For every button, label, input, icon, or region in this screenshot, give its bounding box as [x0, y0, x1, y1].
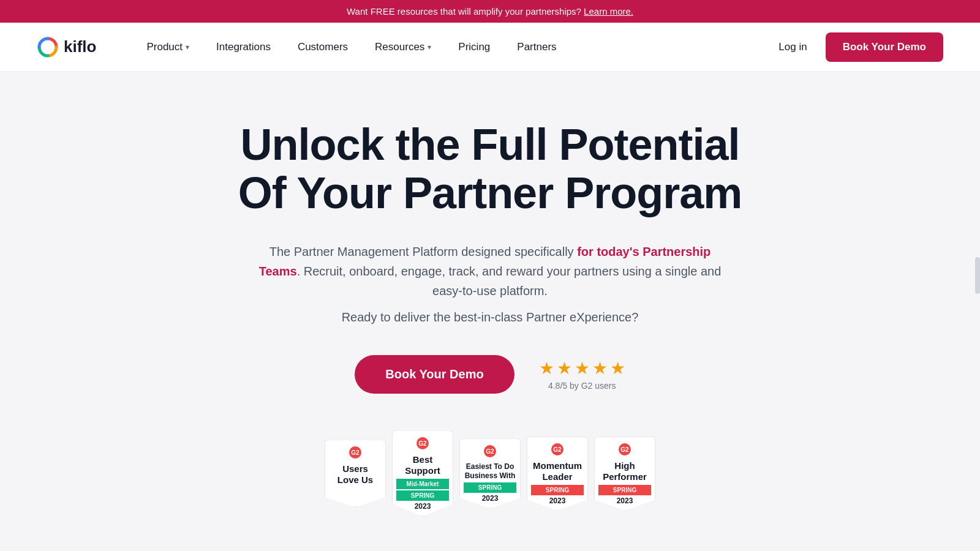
g2-icon-high: G2: [619, 443, 631, 458]
badge-momentum-title: MomentumLeader: [533, 460, 582, 482]
star-1: ★: [539, 358, 554, 378]
nav-integrations[interactable]: Integrations: [203, 23, 284, 72]
nav-pricing[interactable]: Pricing: [445, 23, 503, 72]
navbar: kiflo Product ▾ Integrations Customers R…: [0, 23, 980, 72]
hero-section: Unlock the Full Potential Of Your Partne…: [0, 72, 980, 551]
badges-row: G2 UsersLove Us G2 BestSupport Mid-Marke…: [24, 430, 956, 516]
badge-best-support-year: 2023: [415, 502, 431, 511]
svg-text:G2: G2: [351, 449, 360, 456]
nav-right: Log in Book Your Demo: [778, 32, 943, 62]
banner-link[interactable]: Learn more.: [584, 6, 633, 17]
badge-momentum-band: SPRING: [531, 485, 584, 495]
nav-partners[interactable]: Partners: [503, 23, 570, 72]
stars-row: ★ ★ ★ ★ ★: [539, 358, 625, 378]
badge-easiest-year: 2023: [482, 494, 499, 503]
badge-users-love-us: G2 UsersLove Us: [325, 440, 386, 507]
svg-text:G2: G2: [620, 446, 629, 453]
nav-product[interactable]: Product ▾: [133, 23, 203, 72]
book-demo-nav-button[interactable]: Book Your Demo: [826, 32, 943, 62]
product-chevron-icon: ▾: [186, 43, 189, 51]
resources-chevron-icon: ▾: [428, 43, 431, 51]
badge-momentum-year: 2023: [549, 497, 566, 505]
g2-icon-easiest: G2: [484, 445, 496, 460]
hero-subtitle: The Partner Management Platform designed…: [251, 242, 729, 301]
badge-easiest-business: G2 Easiest To Do Business With SPRING 20…: [459, 438, 521, 508]
logo-icon: [37, 36, 59, 58]
g2-icon-best-support: G2: [417, 437, 429, 452]
badge-best-support-title: BestSupport: [405, 454, 440, 476]
badge-momentum-leader: G2 MomentumLeader SPRING 2023: [527, 437, 588, 511]
nav-links: Product ▾ Integrations Customers Resourc…: [133, 23, 778, 72]
rating-block: ★ ★ ★ ★ ★ 4.8/5 by G2 users: [539, 358, 625, 391]
star-2: ★: [557, 358, 572, 378]
hero-subtitle-end: . Recruit, onboard, engage, track, and r…: [297, 264, 722, 298]
svg-text:G2: G2: [418, 440, 427, 447]
g2-icon-momentum: G2: [551, 443, 564, 458]
logo-wordmark: kiflo: [64, 37, 96, 56]
svg-text:G2: G2: [486, 448, 494, 455]
star-5: ★: [610, 358, 625, 378]
hero-subtitle-plain: The Partner Management Platform designed…: [270, 245, 577, 258]
banner-text: Want FREE resources that will amplify yo…: [347, 6, 581, 17]
g2-icon: G2: [349, 446, 361, 461]
badge-high-performer: G2 HighPerformer SPRING 2023: [594, 437, 655, 511]
badge-users-love-us-title: UsersLove Us: [337, 463, 373, 485]
svg-text:G2: G2: [553, 446, 562, 453]
badge-best-support: G2 BestSupport Mid-Market SPRING 2023: [392, 430, 453, 516]
badge-easiest-band: SPRING: [464, 482, 516, 493]
badge-high-performer-band: SPRING: [598, 485, 651, 495]
login-button[interactable]: Log in: [778, 41, 807, 53]
badge-high-performer-title: HighPerformer: [603, 460, 647, 482]
hero-title: Unlock the Full Potential Of Your Partne…: [214, 121, 766, 217]
hero-cta-row: Book Your Demo ★ ★ ★ ★ ★ 4.8/5 by G2 use…: [24, 355, 956, 394]
badge-high-performer-year: 2023: [617, 497, 633, 505]
hero-question: Ready to deliver the best-in-class Partn…: [24, 310, 956, 324]
badge-best-support-band2: SPRING: [396, 490, 449, 501]
badge-best-support-band1: Mid-Market: [396, 479, 449, 489]
nav-customers[interactable]: Customers: [284, 23, 361, 72]
nav-resources[interactable]: Resources ▾: [361, 23, 445, 72]
badge-easiest-title: Easiest To Do Business With: [464, 462, 516, 480]
star-4: ★: [592, 358, 608, 378]
logo[interactable]: kiflo: [37, 36, 96, 58]
scrollbar[interactable]: [975, 257, 980, 294]
rating-label: 4.8/5 by G2 users: [548, 381, 616, 391]
top-banner: Want FREE resources that will amplify yo…: [0, 0, 980, 23]
star-3: ★: [575, 358, 590, 378]
book-demo-hero-button[interactable]: Book Your Demo: [355, 355, 514, 394]
